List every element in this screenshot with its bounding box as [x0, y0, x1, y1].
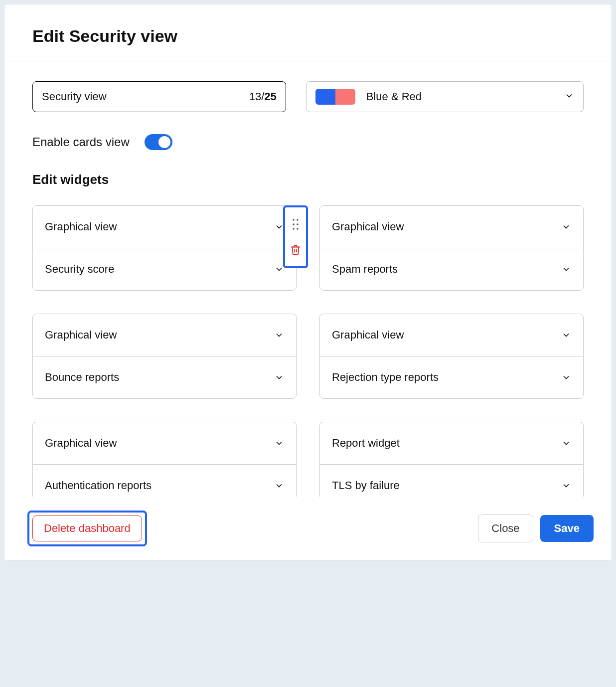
widget-type-select[interactable]: Graphical view: [33, 314, 296, 356]
chevron-down-icon: [561, 481, 571, 491]
widget-source-select[interactable]: TLS by failure: [320, 465, 583, 497]
widget-card[interactable]: Graphical view Bounce reports: [32, 314, 297, 399]
widget-type-select[interactable]: Graphical view: [320, 206, 583, 248]
widget-row: Graphical view Security score Graphical …: [32, 205, 584, 291]
widget-type-select[interactable]: Graphical view: [33, 422, 296, 464]
widget-grid: Graphical view Security score Graphical …: [32, 205, 584, 497]
save-button[interactable]: Save: [540, 515, 594, 542]
color-theme-label: Blue & Red: [366, 90, 422, 103]
drag-handle-icon[interactable]: [291, 218, 300, 231]
widget-type-select[interactable]: Graphical view: [33, 206, 296, 248]
widget-source-select[interactable]: Security score: [33, 248, 296, 290]
delete-highlight: Delete dashboard: [27, 511, 147, 546]
trash-icon[interactable]: [290, 244, 301, 256]
widget-card[interactable]: Graphical view Authentication reports: [32, 422, 297, 497]
color-theme-select[interactable]: Blue & Red: [306, 81, 584, 112]
svg-point-2: [293, 223, 295, 225]
chevron-down-icon: [561, 222, 571, 232]
cards-view-toggle[interactable]: [145, 134, 172, 150]
dialog-title: Edit Security view: [32, 26, 584, 46]
top-row: 13/25 Blue & Red: [32, 81, 584, 112]
widget-card[interactable]: Graphical view Spam reports: [319, 205, 584, 291]
svg-point-4: [293, 228, 295, 230]
chevron-down-icon: [274, 372, 284, 382]
view-name-input[interactable]: [42, 90, 249, 103]
widget-source-select[interactable]: Authentication reports: [33, 465, 296, 497]
widgets-area: Graphical view Security score Graphical …: [32, 205, 584, 497]
widget-row: Graphical view Authentication reports Re…: [32, 422, 584, 497]
delete-dashboard-button[interactable]: Delete dashboard: [32, 515, 142, 541]
dialog-header: Edit Security view: [4, 4, 612, 61]
widget-type-select[interactable]: Graphical view: [320, 314, 583, 356]
dialog-footer: Delete dashboard Close Save: [4, 497, 612, 560]
chevron-down-icon: [561, 264, 571, 274]
char-counter: 13/25: [249, 90, 277, 103]
widget-card[interactable]: Graphical view Security score: [32, 205, 297, 291]
chevron-down-icon: [561, 330, 571, 340]
chevron-down-icon: [561, 438, 571, 448]
chevron-down-icon: [274, 330, 284, 340]
close-button[interactable]: Close: [478, 515, 533, 542]
edit-view-dialog: Edit Security view 13/25 Blue & Red Ena: [4, 4, 612, 561]
widget-card[interactable]: Report widget TLS by failure: [319, 422, 584, 497]
chevron-down-icon: [564, 91, 574, 103]
widget-handle-overlay: [283, 205, 308, 268]
widget-source-select[interactable]: Spam reports: [320, 248, 583, 290]
svg-point-1: [297, 219, 299, 221]
chevron-down-icon: [274, 481, 284, 491]
chevron-down-icon: [274, 438, 284, 448]
widget-source-select[interactable]: Rejection type reports: [320, 356, 583, 398]
edit-widgets-heading: Edit widgets: [32, 172, 584, 187]
cards-view-label: Enable cards view: [32, 135, 130, 149]
widget-type-select[interactable]: Report widget: [320, 422, 583, 464]
dialog-body: 13/25 Blue & Red Enable cards view Edit …: [4, 61, 612, 497]
color-swatch: [315, 89, 355, 105]
widget-row: Graphical view Bounce reports Graphical …: [32, 314, 584, 399]
chevron-down-icon: [274, 222, 284, 232]
svg-point-0: [293, 219, 295, 221]
cards-view-toggle-row: Enable cards view: [32, 134, 584, 150]
widget-card[interactable]: Graphical view Rejection type reports: [319, 314, 584, 399]
svg-point-5: [297, 228, 299, 230]
widget-source-select[interactable]: Bounce reports: [33, 356, 296, 398]
view-name-field[interactable]: 13/25: [32, 81, 286, 112]
chevron-down-icon: [561, 372, 571, 382]
chevron-down-icon: [274, 264, 284, 274]
svg-point-3: [297, 223, 299, 225]
